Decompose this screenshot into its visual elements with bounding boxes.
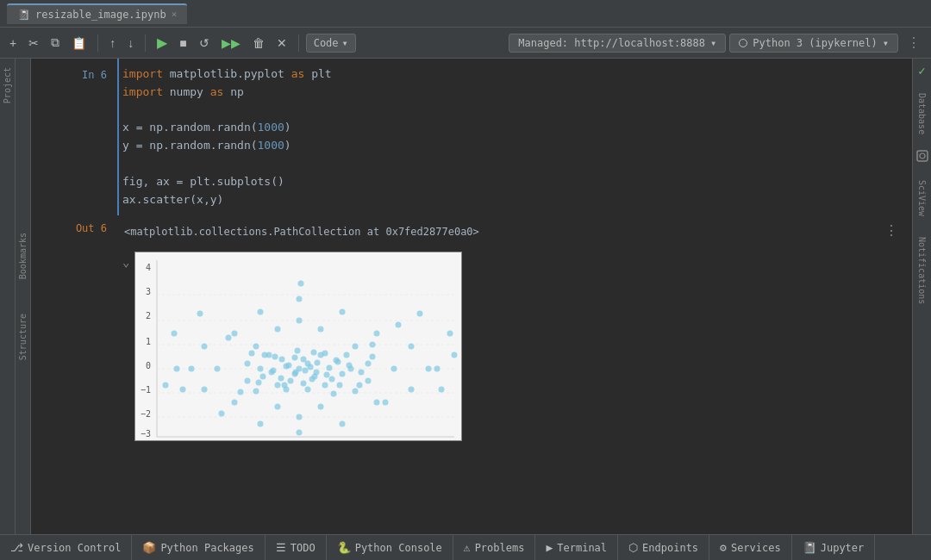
svg-point-49	[366, 378, 372, 384]
toolbar-more-button[interactable]: ⋮	[902, 32, 926, 53]
restart-button[interactable]: ↺	[195, 34, 214, 53]
svg-point-55	[232, 400, 238, 406]
cell-in-label: In 6	[31, 59, 117, 215]
status-todo[interactable]: ☰ TODO	[266, 535, 327, 560]
svg-point-33	[275, 383, 281, 389]
notifications-sidebar-item[interactable]: Notifications	[914, 227, 930, 314]
svg-point-31	[295, 348, 301, 354]
svg-point-34	[331, 391, 337, 397]
paste-button[interactable]: 📋	[67, 34, 91, 53]
status-python-console[interactable]: 🐍 Python Console	[327, 535, 453, 560]
status-services[interactable]: ⚙ Services	[709, 535, 792, 560]
svg-point-103	[301, 381, 307, 387]
svg-point-72	[329, 376, 335, 383]
svg-point-83	[219, 411, 225, 417]
add-cell-button[interactable]: +	[5, 34, 21, 53]
status-version-control[interactable]: ⎇ Version Control	[0, 535, 132, 560]
svg-text:3: 3	[146, 287, 151, 296]
status-problems[interactable]: ⚠ Problems	[453, 535, 536, 560]
svg-point-79	[238, 389, 244, 395]
svg-text:−3: −3	[141, 429, 151, 439]
svg-point-38	[297, 318, 303, 324]
run-all-button[interactable]: ▶▶	[217, 34, 245, 53]
svg-point-50	[245, 361, 251, 367]
bookmarks-label[interactable]: Bookmarks	[18, 233, 28, 279]
move-up-button[interactable]: ↑	[105, 34, 120, 53]
svg-point-82	[396, 322, 402, 328]
input-cell: In 6 import matplotlib.pyplot as plt imp…	[31, 59, 912, 215]
svg-point-90	[298, 281, 304, 287]
problems-icon: ⚠	[464, 541, 471, 554]
main-area: Project Bookmarks Structure In 6 import …	[0, 59, 931, 534]
svg-point-85	[197, 311, 203, 317]
sciview-sidebar-item[interactable]: SciView	[914, 170, 930, 227]
scatter-svg: 4 3 2 1 0 −1 −2 −3	[135, 252, 461, 441]
svg-point-27	[322, 383, 328, 389]
svg-point-47	[275, 404, 281, 410]
svg-point-37	[258, 366, 264, 372]
run-button[interactable]: ▶	[153, 32, 172, 53]
close-tab-button[interactable]: ×	[172, 9, 178, 20]
notebook-tab-icon: 📓	[17, 9, 30, 21]
clear-button[interactable]: 🗑	[248, 34, 269, 53]
sep2	[145, 34, 146, 52]
sidebar-project-label[interactable]: Project	[0, 59, 15, 112]
plot-row: ⌄ 4 3 2 1 0 −1 −2 −3	[31, 248, 912, 448]
move-down-button[interactable]: ↓	[123, 34, 138, 53]
endpoints-icon: ⬡	[628, 541, 638, 554]
svg-point-43	[253, 389, 259, 395]
svg-point-57	[258, 309, 264, 315]
collapse-plot-icon[interactable]: ⌄	[117, 252, 134, 272]
status-jupyter[interactable]: 📓 Jupyter	[792, 535, 876, 560]
svg-text:−1: −1	[141, 385, 151, 395]
svg-point-48	[366, 361, 372, 367]
code-line-3: x = np.random.randn(1000)	[122, 119, 902, 137]
structure-label[interactable]: Structure	[18, 314, 28, 360]
svg-point-104	[292, 355, 298, 361]
svg-point-107	[322, 351, 328, 357]
svg-point-41	[353, 389, 359, 395]
svg-point-45	[275, 327, 281, 333]
svg-point-63	[202, 344, 208, 350]
status-endpoints[interactable]: ⬡ Endpoints	[618, 535, 709, 560]
server-url-dropdown[interactable]: Managed: http://localhost:8888 ▾	[509, 34, 726, 53]
notebook-toolbar: + ✂ ⧉ 📋 ↑ ↓ ▶ ■ ↺ ▶▶ 🗑 ✕ Code ▾ Managed:…	[0, 28, 931, 59]
svg-text:1: 1	[146, 337, 151, 346]
problems-label: Problems	[475, 542, 525, 554]
code-line-5: fig, ax = plt.subplots()	[122, 173, 902, 191]
cut-button[interactable]: ✂	[24, 34, 43, 53]
svg-point-19	[301, 357, 307, 363]
kernel-dropdown[interactable]: Python 3 (ipykernel) ▾	[729, 34, 898, 53]
close-button[interactable]: ✕	[272, 34, 291, 53]
code-line-4: y = np.random.randn(1000)	[122, 137, 902, 155]
svg-point-110	[337, 383, 343, 389]
url-chevron-icon: ▾	[710, 37, 716, 49]
output-more-button[interactable]: ⋮	[871, 215, 912, 246]
left-sidebar: Project	[0, 59, 16, 534]
status-terminal[interactable]: ▶ Terminal	[535, 535, 618, 560]
svg-point-114	[370, 354, 376, 360]
svg-point-101	[278, 376, 284, 382]
svg-point-88	[452, 352, 458, 358]
terminal-icon: ▶	[546, 541, 553, 554]
code-line-blank2	[122, 155, 902, 173]
svg-point-51	[245, 378, 251, 384]
stop-button[interactable]: ■	[175, 34, 191, 53]
code-line-blank1	[122, 102, 902, 120]
sciview-icon[interactable]	[913, 145, 932, 170]
svg-text:2: 2	[146, 311, 151, 320]
cell-code-block[interactable]: import matplotlib.pyplot as plt import n…	[117, 59, 912, 215]
kernel-label: Python 3 (ipykernel)	[753, 37, 878, 49]
svg-point-40	[353, 344, 359, 350]
svg-point-108	[347, 363, 353, 369]
notebook-tab[interactable]: 📓 resizable_image.ipynb ×	[7, 3, 187, 24]
notebook-content[interactable]: In 6 import matplotlib.pyplot as plt imp…	[31, 59, 912, 534]
svg-point-52	[374, 331, 380, 337]
cell-type-dropdown[interactable]: Code ▾	[306, 34, 356, 53]
code-line-1: import matplotlib.pyplot as plt	[122, 65, 902, 84]
svg-point-76	[357, 383, 363, 389]
svg-point-78	[370, 342, 376, 348]
status-python-packages[interactable]: 📦 Python Packages	[132, 535, 265, 560]
copy-button[interactable]: ⧉	[47, 33, 64, 53]
database-sidebar-item[interactable]: Database	[914, 83, 930, 145]
